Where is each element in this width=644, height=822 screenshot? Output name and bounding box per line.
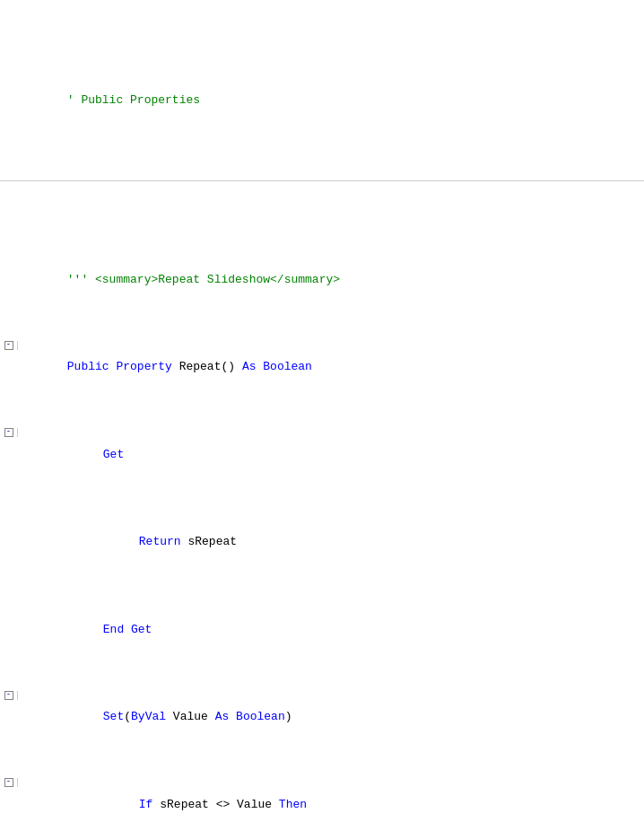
collapse-repeat[interactable]: - — [4, 341, 13, 350]
repeat-summary: ''' <summary>Repeat Slideshow</summary> — [67, 273, 340, 286]
comment-public-properties: ' Public Properties — [0, 74, 644, 127]
repeat-set: - Set(ByVal Value As Boolean) — [0, 691, 644, 744]
repeat-declaration: - Public Property Repeat() As Boolean — [0, 341, 644, 394]
collapse-repeat-if[interactable]: - — [4, 778, 13, 787]
comment-text: ' Public Properties — [67, 93, 200, 107]
code-editor: ' Public Properties ''' <summary>Repeat … — [0, 0, 644, 822]
repeat-summary-line: ''' <summary>Repeat Slideshow</summary> — [0, 253, 644, 306]
gutter: - — [0, 691, 18, 700]
collapse-repeat-get[interactable]: - — [4, 428, 13, 437]
gutter: - — [0, 341, 18, 350]
gutter: - — [0, 428, 18, 437]
gutter: - — [0, 778, 18, 787]
repeat-get: - Get — [0, 428, 644, 481]
repeat-end-get: End Get — [0, 603, 644, 656]
repeat-if: - If sRepeat <> Value Then — [0, 778, 644, 822]
repeat-return: Return sRepeat — [0, 516, 644, 569]
collapse-repeat-set[interactable]: - — [4, 691, 13, 700]
